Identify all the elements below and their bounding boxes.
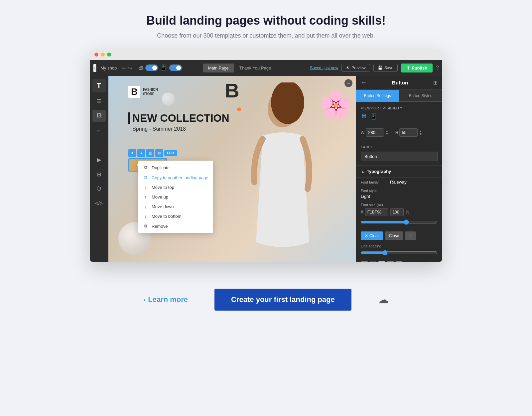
close-color-button[interactable]: Close: [385, 231, 403, 240]
ctx-copy[interactable]: ⧉ Copy to another landing page: [138, 173, 213, 183]
swatch-lightgray[interactable]: [378, 261, 385, 262]
ctx-duplicate[interactable]: ⧉ Duplicate: [138, 163, 213, 173]
history-controls: ↩ ↪: [122, 65, 132, 71]
panel-header: ← Button ⊞: [356, 76, 442, 90]
font-size-input-row: # %: [361, 208, 438, 216]
remove-icon: ⧉: [143, 223, 148, 229]
swatch-gray[interactable]: [361, 261, 368, 262]
clear-button[interactable]: ✕ Clear: [361, 231, 383, 240]
toggle-mobile[interactable]: [169, 65, 182, 71]
height-input[interactable]: [399, 128, 418, 137]
color-slider[interactable]: [361, 219, 438, 225]
woman-svg: [236, 82, 329, 255]
tab-button-settings[interactable]: Button Settings: [356, 90, 399, 102]
cloud-upload-icon[interactable]: ☁: [378, 293, 389, 306]
ctx-move-up[interactable]: ↑ Move up: [138, 192, 213, 202]
sidebar-item-text[interactable]: T: [92, 79, 106, 92]
collection-heading: NEW COLLECTION: [128, 112, 229, 124]
redo-button[interactable]: ↪: [128, 65, 132, 71]
sidebar-item-elements[interactable]: ⁙: [92, 139, 106, 151]
window-chrome: [90, 49, 442, 60]
toolbar-right: Saved: just now 👁 Preview 💾 Save ⬆ Publi…: [310, 64, 439, 72]
label-input[interactable]: [361, 152, 438, 161]
panel-grid-icon[interactable]: ⊞: [433, 79, 438, 86]
swatch-blue[interactable]: [387, 261, 394, 262]
panel-back-button[interactable]: ←: [361, 79, 367, 86]
publish-button[interactable]: ⬆ Publish: [401, 64, 433, 72]
sidebar-item-timer[interactable]: ⏱: [92, 183, 106, 195]
line-spacing-label: Line spacing: [356, 243, 442, 249]
tab-thank-you-page[interactable]: Thank You Page: [234, 64, 276, 72]
ctx-remove[interactable]: ⧉ Remove: [138, 221, 213, 231]
dimensions-section: W ▲▼ : H ▲▼: [356, 124, 442, 141]
svg-point-1: [271, 82, 304, 124]
typography-header[interactable]: ▲ Typography: [356, 166, 442, 178]
opacity-input[interactable]: [390, 208, 404, 216]
save-button[interactable]: 💾 Save: [373, 64, 398, 72]
width-input[interactable]: [366, 128, 384, 137]
sidebar-item-video[interactable]: ▶: [92, 154, 106, 166]
favorite-button[interactable]: ♡: [405, 231, 416, 240]
width-stepper[interactable]: ▲▼: [385, 130, 388, 136]
toolbar: ‹ My shop ↩ ↪ 🖥 📱 Main Page Thank You Pa…: [90, 60, 442, 76]
typography-collapse-icon: ▲: [361, 169, 365, 174]
btn-style-2[interactable]: ▥: [146, 149, 154, 157]
sidebar-item-rows[interactable]: ☰: [92, 95, 106, 107]
swatch-green[interactable]: [395, 261, 403, 262]
copy-icon: ⧉: [143, 175, 148, 180]
sidebar-item-code[interactable]: </>: [92, 198, 106, 209]
wh-row: W ▲▼ : H ▲▼: [361, 128, 438, 137]
btn-style-1[interactable]: ■: [137, 149, 145, 157]
swatches-row: [356, 259, 442, 262]
back-button[interactable]: ‹: [93, 64, 96, 72]
sphere-decoration-2: [162, 92, 175, 106]
font-size-label: Font size (px): [361, 203, 438, 207]
move-handle[interactable]: ✥: [128, 149, 136, 157]
desktop-icon[interactable]: 🖥: [137, 65, 143, 71]
h-label: H: [395, 130, 398, 135]
learn-more-link[interactable]: › Learn more: [143, 295, 188, 304]
save-icon: 💾: [378, 66, 383, 70]
mobile-icon[interactable]: 📱: [160, 64, 167, 71]
sidebar-item-image[interactable]: 🖼: [92, 110, 106, 122]
page-tabs: Main Page Thank You Page: [203, 64, 277, 72]
ctx-move-down[interactable]: ↓ Move down: [138, 202, 213, 211]
brand-letter: B: [128, 86, 140, 98]
collection-subheading: Spring - Summer 2018: [128, 126, 229, 132]
height-stepper[interactable]: ▲▼: [419, 130, 422, 136]
edit-button[interactable]: EDIT: [164, 150, 177, 156]
dot-yellow-icon: [101, 53, 105, 57]
upload-arrow-icon: ⬆: [406, 66, 410, 70]
color-hex-input[interactable]: [365, 208, 388, 216]
move-up-icon: ↑: [143, 195, 148, 200]
dimension-separator: :: [391, 130, 392, 136]
desktop-viewport-icon[interactable]: 🖥: [361, 113, 367, 120]
ctx-move-bottom[interactable]: ↓ Move to bottom: [138, 211, 213, 221]
collection-text: NEW COLLECTION Spring - Summer 2018: [128, 112, 229, 132]
swatch-white[interactable]: [369, 261, 377, 262]
ctx-move-top[interactable]: ↑ Move to top: [138, 183, 213, 192]
preview-button[interactable]: 👁 Preview: [341, 64, 370, 72]
slider-row: [356, 218, 442, 229]
brand-store: STORE: [143, 92, 158, 96]
btn-style-3[interactable]: ⊟: [155, 149, 163, 157]
left-sidebar: T ☰ 🖼 ⌐ ⁙ ▶ ⊞ ⏱ </>: [90, 76, 108, 262]
fashion-background: B: [108, 76, 356, 262]
minimize-button[interactable]: −: [344, 79, 352, 87]
create-landing-page-button[interactable]: Create your first landing page: [214, 289, 351, 311]
chevron-right-icon: ›: [143, 296, 145, 303]
line-spacing-slider-row: [356, 249, 442, 259]
line-spacing-slider[interactable]: [361, 250, 438, 255]
help-icon[interactable]: ?: [436, 65, 439, 71]
sidebar-item-shape[interactable]: ⌐: [92, 124, 106, 136]
undo-button[interactable]: ↩: [122, 65, 126, 71]
sidebar-item-layout[interactable]: ⊞: [92, 168, 106, 180]
tab-button-styles[interactable]: Button Styles: [399, 90, 443, 102]
panel-tabs: Button Settings Button Styles: [356, 90, 442, 102]
btn-toolbar: ✥ ■ ▥ ⊟ EDIT: [128, 149, 177, 157]
dot-red-icon: [94, 53, 98, 57]
toggle-desktop[interactable]: [145, 65, 158, 71]
tab-main-page[interactable]: Main Page: [203, 64, 234, 72]
mobile-viewport-icon[interactable]: 📱: [370, 113, 377, 120]
brand-name: FASHION STORE: [143, 87, 158, 96]
